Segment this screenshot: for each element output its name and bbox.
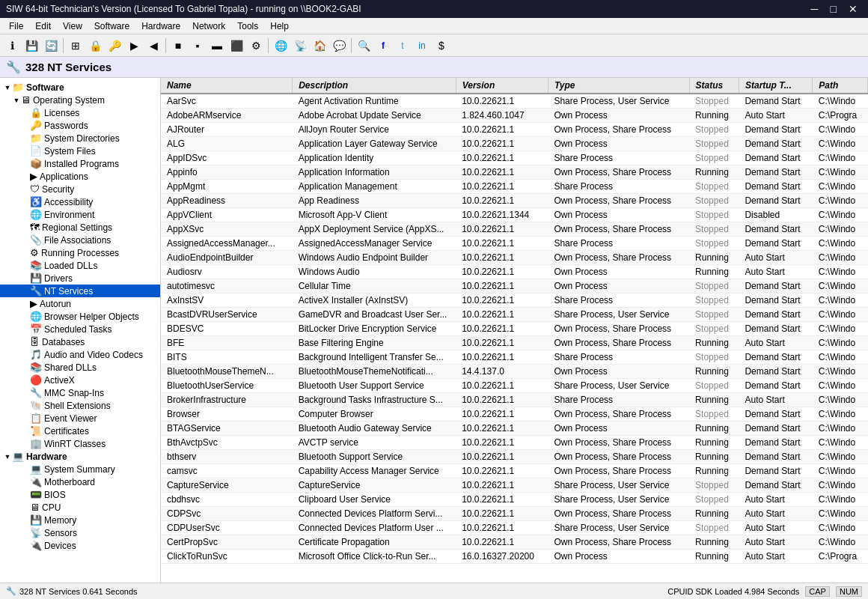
table-row[interactable]: CertPropSvc Certificate Propagation 10.0… [161, 535, 868, 550]
table-row[interactable]: AppVClient Microsoft App-V Client 10.0.2… [161, 208, 868, 222]
tb-dollar[interactable]: $ [433, 37, 450, 55]
table-row[interactable]: cbdhsvc Clipboard User Service 10.0.2262… [161, 493, 868, 507]
table-row[interactable]: Browser Computer Browser 10.0.22621.1 Ow… [161, 407, 868, 422]
table-row[interactable]: BluetoothMouseThemeN... BluetoothMouseTh… [161, 365, 868, 379]
col-type[interactable]: Type [548, 78, 689, 94]
table-row[interactable]: BthAvctpSvc AVCTP service 10.0.22621.1 O… [161, 436, 868, 450]
tb-arrow-r[interactable]: ▶ [125, 37, 143, 55]
menu-edit[interactable]: Edit [29, 19, 57, 33]
table-row[interactable]: ClickToRunSvc Microsoft Office Click-to-… [161, 550, 868, 564]
table-row[interactable]: BFE Base Filtering Engine 10.0.22621.1 O… [161, 336, 868, 350]
sidebar-item-accessibility[interactable]: ♿ Accessibility [0, 195, 160, 208]
tb-b1[interactable]: ■ [169, 37, 187, 55]
tb-lock[interactable]: 🔒 [86, 37, 104, 55]
menu-file[interactable]: File [3, 19, 29, 33]
tb-refresh[interactable]: 🔄 [42, 37, 60, 55]
sidebar-item-applications[interactable]: ▶ Applications [0, 170, 160, 183]
sidebar-item-installed-programs[interactable]: 📦 Installed Programs [0, 157, 160, 170]
sidebar-item-drivers[interactable]: 💾 Drivers [0, 272, 160, 285]
menu-help[interactable]: Help [264, 19, 295, 33]
table-row[interactable]: BTAGService Bluetooth Audio Gateway Serv… [161, 422, 868, 436]
sidebar-section-hardware[interactable]: ▼ 💻 Hardware [0, 450, 160, 463]
sidebar-item-mmc-snap-ins[interactable]: 🔧 MMC Snap-Ins [0, 386, 160, 399]
table-row[interactable]: ALG Application Layer Gateway Service 10… [161, 137, 868, 151]
table-row[interactable]: CaptureService CaptureService 10.0.22621… [161, 478, 868, 493]
tb-b2[interactable]: ▪ [189, 37, 207, 55]
sidebar-item-file-associations[interactable]: 📎 File Associations [0, 234, 160, 246]
col-name[interactable]: Name [161, 78, 293, 94]
sidebar-item-regional-settings[interactable]: 🗺 Regional Settings [0, 221, 160, 234]
table-row[interactable]: bthserv Bluetooth Support Service 10.0.2… [161, 450, 868, 464]
menu-view[interactable]: View [57, 19, 88, 33]
col-description[interactable]: Description [293, 78, 456, 94]
table-row[interactable]: AppXSvc AppX Deployment Service (AppXS..… [161, 222, 868, 237]
table-row[interactable]: autotimesvc Cellular Time 10.0.22621.1 O… [161, 279, 868, 294]
close-button[interactable]: ✕ [844, 3, 862, 15]
tb-arrow-l[interactable]: ◀ [144, 37, 162, 55]
col-startup[interactable]: Startup T... [739, 78, 812, 94]
table-row[interactable]: AJRouter AllJoyn Router Service 10.0.226… [161, 123, 868, 137]
sidebar-item-system-summary[interactable]: 💻 System Summary [0, 463, 160, 475]
maximize-button[interactable]: □ [826, 3, 841, 15]
table-row[interactable]: Appinfo Application Information 10.0.226… [161, 165, 868, 180]
table-row[interactable]: CDPUserSvc Connected Devices Platform Us… [161, 521, 868, 535]
sidebar-item-certificates[interactable]: 📜 Certificates [0, 425, 160, 437]
tb-net3[interactable]: 🏠 [311, 37, 328, 55]
sidebar-item-shared-dlls[interactable]: 📚 Shared DLLs [0, 361, 160, 374]
tb-key[interactable]: 🔑 [106, 37, 123, 55]
table-row[interactable]: CDPSvc Connected Devices Platform Servi.… [161, 507, 868, 521]
menu-tools[interactable]: Tools [231, 19, 264, 33]
sidebar-item-system-files[interactable]: 📄 System Files [0, 145, 160, 157]
tb-net4[interactable]: 💬 [330, 37, 348, 55]
table-row[interactable]: BITS Background Intelligent Transfer Se.… [161, 350, 868, 365]
sidebar-item-passwords[interactable]: 🔑 Passwords [0, 119, 160, 132]
tb-save[interactable]: 💾 [22, 37, 40, 55]
table-row[interactable]: BluetoothUserService Bluetooth User Supp… [161, 379, 868, 393]
table-row[interactable]: BrokerInfrastructure Background Tasks In… [161, 393, 868, 407]
tb-tw[interactable]: t [394, 37, 412, 55]
table-row[interactable]: AssignedAccessManager... AssignedAccessM… [161, 237, 868, 251]
menu-network[interactable]: Network [186, 19, 231, 33]
tb-b3[interactable]: ▬ [208, 37, 226, 55]
sidebar-item-operating-system[interactable]: ▼ 🖥 Operating System [0, 94, 160, 106]
col-status[interactable]: Status [689, 78, 739, 94]
sidebar-item-cpu[interactable]: 🖥 CPU [0, 501, 160, 514]
table-row[interactable]: BDESVC BitLocker Drive Encryption Servic… [161, 322, 868, 336]
sidebar-item-motherboard[interactable]: 🔌 Motherboard [0, 475, 160, 488]
tb-b5[interactable]: ⚙ [247, 37, 265, 55]
sidebar-item-activex[interactable]: 🔴 ActiveX [0, 374, 160, 386]
sidebar-item-bios[interactable]: 📟 BIOS [0, 488, 160, 501]
sidebar-item-devices[interactable]: 🔌 Devices [0, 539, 160, 552]
sidebar-item-loaded-dlls[interactable]: 📚 Loaded DLLs [0, 259, 160, 272]
sidebar-item-nt-services[interactable]: 🔧 NT Services [0, 285, 160, 297]
table-row[interactable]: AudioEndpointBuilder Windows Audio Endpo… [161, 251, 868, 265]
tb-about[interactable]: ℹ [3, 37, 21, 55]
sidebar-item-scheduled-tasks[interactable]: 📅 Scheduled Tasks [0, 323, 160, 335]
table-row[interactable]: AppIDSvc Application Identity 10.0.22621… [161, 151, 868, 165]
table-row[interactable]: AarSvc Agent Activation Runtime 10.0.226… [161, 94, 868, 109]
sidebar-item-autorun[interactable]: ▶ Autorun [0, 297, 160, 310]
menu-hardware[interactable]: Hardware [135, 19, 186, 33]
table-row[interactable]: AppReadiness App Readiness 10.0.22621.1 … [161, 194, 868, 208]
sidebar-item-memory[interactable]: 💾 Memory [0, 514, 160, 526]
minimize-button[interactable]: ─ [807, 3, 823, 15]
col-version[interactable]: Version [456, 78, 548, 94]
sidebar-section-software[interactable]: ▼ 📁 Software [0, 81, 160, 94]
sidebar-item-audio-video-codecs[interactable]: 🎵 Audio and Video Codecs [0, 348, 160, 361]
sidebar-item-event-viewer[interactable]: 📋 Event Viewer [0, 412, 160, 425]
sidebar-item-databases[interactable]: 🗄 Databases [0, 335, 160, 348]
sidebar-item-sensors[interactable]: 📡 Sensors [0, 526, 160, 539]
sidebar-item-system-directories[interactable]: 📁 System Directories [0, 132, 160, 145]
sidebar-item-browser-helper-objects[interactable]: 🌐 Browser Helper Objects [0, 310, 160, 323]
table-row[interactable]: AxInstSV ActiveX Installer (AxInstSV) 10… [161, 294, 868, 308]
sidebar-item-shell-extensions[interactable]: 🐚 Shell Extensions [0, 399, 160, 412]
table-row[interactable]: Audiosrv Windows Audio 10.0.22621.1 Own … [161, 265, 868, 279]
tb-net1[interactable]: 🌐 [272, 37, 290, 55]
tb-fb[interactable]: f [374, 37, 392, 55]
table-row[interactable]: camsvc Capability Access Manager Service… [161, 464, 868, 478]
table-row[interactable]: BcastDVRUserService GameDVR and Broadcas… [161, 308, 868, 322]
sidebar-item-licenses[interactable]: 🔒 Licenses [0, 106, 160, 119]
sidebar-item-environment[interactable]: 🌐 Environment [0, 208, 160, 221]
menu-software[interactable]: Software [88, 19, 135, 33]
table-row[interactable]: AdobeARMservice Adobe Acrobat Update Ser… [161, 109, 868, 123]
